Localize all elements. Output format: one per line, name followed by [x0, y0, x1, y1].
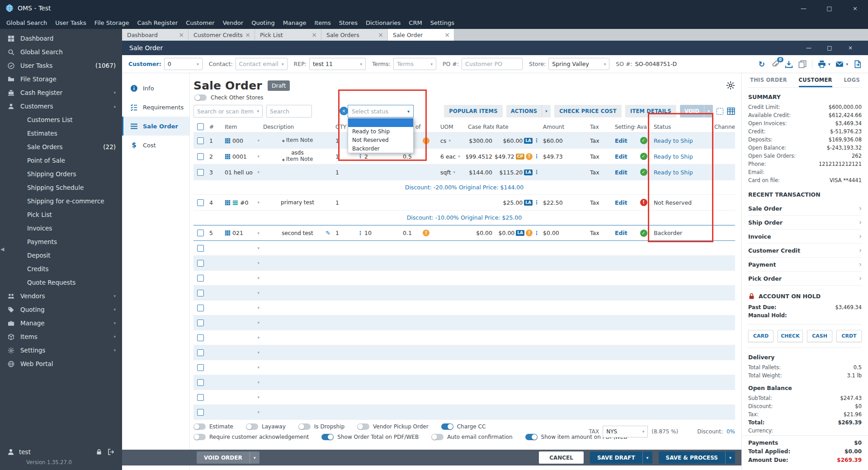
empty-row[interactable]: ▾: [193, 360, 735, 375]
switch[interactable]: [298, 423, 311, 430]
tab-dashboard[interactable]: Dashboard×: [122, 29, 189, 41]
pay-cash-button[interactable]: CASH: [807, 330, 832, 342]
empty-row[interactable]: ▾: [193, 390, 735, 405]
item-cell[interactable]: 021▾: [223, 226, 261, 240]
cancel-button[interactable]: CANCEL: [539, 451, 584, 464]
sidebar-item-customers-list[interactable]: Customers List: [0, 113, 122, 127]
customer-select[interactable]: 0▾: [164, 58, 203, 70]
tax-cell[interactable]: Tax: [588, 164, 613, 180]
menu-vendor[interactable]: Vendor: [222, 19, 243, 26]
sidebar-item-shipping-orders[interactable]: Shipping Orders: [0, 167, 122, 181]
row-checkbox[interactable]: [197, 245, 204, 252]
maximize-button[interactable]: □: [816, 0, 842, 16]
rate-cell[interactable]: $25.00LA⋮: [494, 195, 541, 210]
chevron-down-icon[interactable]: ▾: [846, 62, 848, 66]
gear-icon[interactable]: [726, 81, 735, 90]
tab-customer-credits[interactable]: Customer Credits×: [189, 29, 255, 41]
description-cell[interactable]: ◆Item Note: [261, 133, 334, 148]
uom-cell[interactable]: [439, 226, 466, 240]
rep-select[interactable]: test 11▾: [309, 58, 366, 70]
description-cell[interactable]: asds◆Item Note: [261, 149, 334, 164]
po-input[interactable]: [462, 58, 523, 70]
toggle-vendor-pickup-order[interactable]: Vendor Pickup Order: [357, 423, 429, 430]
row-checkbox[interactable]: [197, 394, 204, 401]
menu-items[interactable]: Items: [314, 19, 330, 26]
row-checkbox[interactable]: [197, 364, 204, 371]
nav-sale-order[interactable]: Sale Order: [122, 117, 189, 136]
select-all-checkbox[interactable]: [197, 123, 204, 130]
qty-cell[interactable]: 1: [334, 195, 356, 210]
save-process-button[interactable]: SAVE & PROCESS ▾: [659, 451, 735, 464]
search-input[interactable]: [266, 105, 312, 118]
panel-tab-this-order[interactable]: THIS ORDER: [750, 73, 787, 87]
recent-pick-order[interactable]: Pick Order›: [748, 272, 862, 286]
toggle-estimate[interactable]: Estimate: [193, 423, 233, 430]
empty-row[interactable]: ▾: [193, 315, 735, 330]
qty-cell[interactable]: 1: [334, 164, 356, 180]
menu-settings[interactable]: Settings: [430, 19, 454, 26]
row-checkbox[interactable]: [197, 199, 204, 206]
void-button[interactable]: VOID▾: [680, 105, 713, 118]
sidebar-collapse-chevron[interactable]: ◀: [0, 246, 4, 252]
nav-requirements[interactable]: Requirements: [122, 98, 189, 117]
clear-icon[interactable]: ×: [340, 107, 348, 115]
nav-cost[interactable]: $Cost: [122, 136, 189, 155]
item-cell[interactable]: 0001▾: [223, 149, 261, 164]
uom-cell[interactable]: cs▾: [439, 133, 466, 148]
toggle-auto-email-confirmation[interactable]: Auto email confirmation: [431, 434, 512, 440]
empty-row[interactable]: ▾: [193, 345, 735, 360]
recent-ship-order[interactable]: Ship Order›: [748, 216, 862, 230]
chevron-down-icon[interactable]: ▾: [704, 105, 713, 118]
download-icon[interactable]: [785, 60, 793, 68]
empty-row[interactable]: ▾: [193, 301, 735, 315]
copy-icon[interactable]: [798, 60, 807, 68]
restore-button[interactable]: □: [819, 45, 840, 51]
menu-crm[interactable]: CRM: [409, 19, 422, 26]
sidebar-item-payments[interactable]: Payments: [0, 235, 122, 249]
menu-stores[interactable]: Stores: [339, 19, 358, 26]
empty-row[interactable]: ▾: [193, 271, 735, 286]
menu-quoting[interactable]: Quoting: [251, 19, 275, 26]
sidebar-item-cash-register[interactable]: Cash Register▾: [0, 86, 122, 99]
close-icon[interactable]: ×: [378, 31, 383, 38]
table-row[interactable]: 5021▾second test✎1⋮100.1!$0.00$0.00LA!⋮$…: [193, 225, 735, 241]
sidebar-item-settings[interactable]: Settings▾: [0, 343, 122, 357]
check-other-stores-toggle[interactable]: [194, 94, 207, 101]
table-row[interactable]: 1000▾◆Item Note1!cs▾$300.00$60.00LA⋮$60.…: [193, 133, 735, 149]
sidebar-item-shipping-schedule[interactable]: Shipping Schedule: [0, 181, 122, 194]
check-price-cost-button[interactable]: CHECK PRICE COST: [554, 105, 622, 118]
row-checkbox[interactable]: [197, 290, 204, 296]
edit-link[interactable]: Edit: [613, 164, 635, 180]
status-option-backorder[interactable]: Backorder: [348, 144, 413, 153]
sidebar-item-dashboard[interactable]: Dashboard: [0, 32, 122, 45]
empty-row[interactable]: ▾: [193, 330, 735, 345]
sidebar-item-items[interactable]: Items▾: [0, 330, 122, 343]
row-checkbox[interactable]: [197, 153, 204, 160]
tab-sale-orders[interactable]: Sale Orders×: [321, 29, 388, 41]
kebab-icon[interactable]: ⋮: [534, 169, 539, 175]
sidebar-item-quoting[interactable]: Quoting▾: [0, 303, 122, 316]
sidebar-item-point-of-sale[interactable]: Point of Sale: [0, 154, 122, 167]
uom-cell[interactable]: sqft▾: [439, 164, 466, 180]
close-icon[interactable]: ×: [245, 31, 250, 38]
logout-icon[interactable]: [108, 448, 115, 456]
row-checkbox[interactable]: [197, 305, 204, 311]
print-icon[interactable]: [818, 60, 826, 68]
row-checkbox[interactable]: [197, 334, 204, 341]
pay-check-button[interactable]: CHECK: [778, 330, 803, 342]
switch[interactable]: [441, 423, 453, 430]
tab-pick-list[interactable]: Pick List×: [255, 29, 321, 41]
kebab-icon[interactable]: ⋮: [534, 199, 539, 206]
row-checkbox[interactable]: [197, 379, 204, 386]
row-checkbox[interactable]: [197, 169, 204, 176]
menu-cash-register[interactable]: Cash Register: [137, 19, 178, 26]
description-cell[interactable]: [261, 164, 334, 180]
sidebar-item-invoices[interactable]: Invoices: [0, 221, 122, 235]
close-button[interactable]: ×: [842, 0, 868, 16]
status-option-ready-to-ship[interactable]: Ready to Ship: [348, 127, 413, 136]
toggle-is-dropship[interactable]: Is Dropship: [298, 423, 344, 430]
row-checkbox[interactable]: [197, 409, 204, 416]
close-icon[interactable]: ×: [444, 31, 450, 38]
recent-sale-order[interactable]: Sale Order›: [748, 202, 862, 216]
sidebar-item-manage[interactable]: Manage▾: [0, 316, 122, 330]
